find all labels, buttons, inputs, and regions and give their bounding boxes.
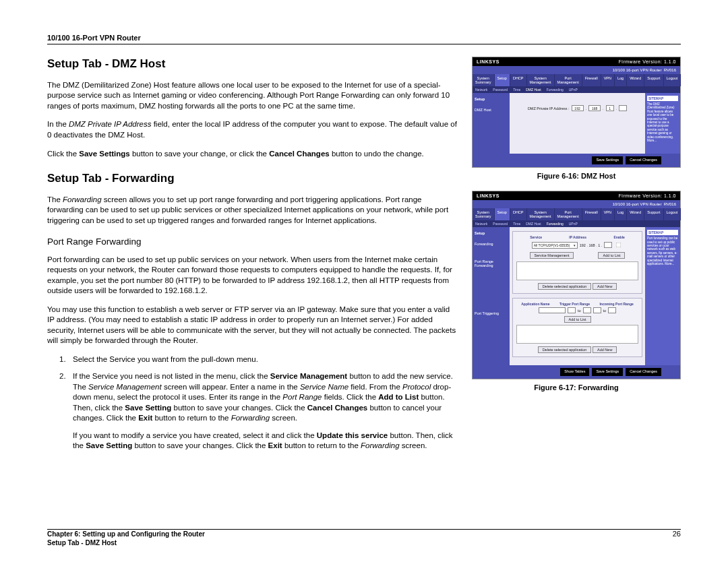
- cancel-button[interactable]: Cancel Changes: [626, 156, 661, 164]
- tab-logout[interactable]: Logout: [664, 74, 681, 86]
- forwarding-list[interactable]: [516, 261, 638, 280]
- add-to-list-button[interactable]: Add to List: [598, 252, 625, 259]
- nav-tabs: System Summary Setup DHCP System Managem…: [473, 208, 680, 220]
- page-header: 10/100 16-Port VPN Router: [47, 34, 681, 44]
- ip-octet-2[interactable]: 168: [588, 105, 601, 111]
- add-new-button[interactable]: Add New: [593, 346, 617, 353]
- text-column: Setup Tab - DMZ Host The DMZ (Demilitari…: [47, 57, 458, 458]
- trigger-list[interactable]: [516, 325, 638, 344]
- tab-sysmgmt[interactable]: System Management: [527, 74, 555, 86]
- dmz-p2: In the DMZ Private IP Address field, ent…: [47, 119, 458, 140]
- fwd-p1: The Forwarding screen allows you to set …: [47, 195, 458, 226]
- tab-portmgmt[interactable]: Port Management: [555, 74, 582, 86]
- fwd-p2: Port forwarding can be used to set up pu…: [47, 255, 458, 296]
- header-rule: [47, 44, 681, 44]
- brand-logo: LINKSYS: [477, 193, 499, 198]
- tab-log[interactable]: Log: [615, 74, 627, 86]
- dmz-heading: Setup Tab - DMZ Host: [47, 57, 458, 72]
- figure-caption: Figure 6-16: DMZ Host: [472, 172, 681, 180]
- add-new-button[interactable]: Add New: [593, 283, 617, 290]
- add-to-list-button[interactable]: Add to List: [564, 316, 591, 323]
- product-name: 10/100 16-Port VPN Router: [47, 34, 681, 42]
- save-button[interactable]: Save Settings: [592, 368, 623, 376]
- figure-forwarding: LINKSYS Firmware Version: 1.1.0 10/100 1…: [472, 191, 681, 392]
- list-item: 1. Select the Service you want from the …: [59, 354, 458, 365]
- ip-octet-1[interactable]: 192: [572, 105, 584, 111]
- router-screenshot-dmz: LINKSYS Firmware Version: 1.1.0 10/100 1…: [472, 57, 681, 168]
- dmz-p3: Click the Save Settings button to save y…: [47, 149, 458, 160]
- ip-last-octet[interactable]: [604, 242, 612, 248]
- fwd-heading: Setup Tab - Forwarding: [47, 171, 458, 187]
- service-dropdown[interactable]: All TCP/UDP(V1-65535): [532, 242, 578, 249]
- port-range-group: Service IP Address Enable All TCP/UDP(V1…: [512, 231, 642, 294]
- tab-setup[interactable]: Setup: [495, 74, 510, 86]
- tab-summary[interactable]: System Summary: [473, 74, 495, 86]
- page-footer: Chapter 6: Setting up and Configuring th…: [47, 530, 681, 547]
- show-tables-button[interactable]: Show Tables: [560, 368, 589, 376]
- tab-wizard[interactable]: Wizard: [627, 74, 644, 86]
- page-number: 26: [673, 530, 681, 547]
- port-range-subheading: Port Range Forwarding: [47, 236, 458, 248]
- ip-octet-4[interactable]: [619, 105, 627, 111]
- save-button[interactable]: Save Settings: [592, 156, 623, 164]
- enable-checkbox[interactable]: [616, 243, 621, 248]
- router-screenshot-forwarding: LINKSYS Firmware Version: 1.1.0 10/100 1…: [472, 191, 681, 379]
- cisco-logo-icon: [664, 368, 676, 376]
- service-mgmt-button[interactable]: Service Management: [530, 252, 574, 259]
- cisco-logo-icon: [664, 156, 676, 164]
- nav-tabs: System Summary Setup DHCP System Managem…: [473, 74, 680, 86]
- cancel-button[interactable]: Cancel Changes: [626, 368, 661, 376]
- delete-button[interactable]: Delete selected application: [538, 346, 592, 353]
- fwd-p3: You may use this function to establish a…: [47, 305, 458, 346]
- app-name-input[interactable]: [539, 307, 566, 313]
- delete-button[interactable]: Delete selected application: [538, 283, 592, 290]
- list-item: 2. If the Service you need is not listed…: [59, 371, 458, 451]
- figure-dmz: LINKSYS Firmware Version: 1.1.0 10/100 1…: [472, 57, 681, 180]
- content-columns: Setup Tab - DMZ Host The DMZ (Demilitari…: [47, 57, 681, 458]
- port-trigger-group: Application Name Trigger Port Range Inco…: [512, 298, 642, 357]
- ip-octet-3[interactable]: 1: [606, 105, 614, 111]
- tab-vpn[interactable]: VPN: [601, 74, 615, 86]
- ordered-list: 1. Select the Service you want from the …: [47, 354, 458, 451]
- figures-column: LINKSYS Firmware Version: 1.1.0 10/100 1…: [472, 57, 681, 458]
- brand-logo: LINKSYS: [477, 59, 499, 64]
- dmz-p1: The DMZ (Demilitarized Zone) Host featur…: [47, 80, 458, 112]
- tab-support[interactable]: Support: [644, 74, 663, 86]
- figure-caption: Figure 6-17: Forwarding: [472, 383, 681, 392]
- tab-firewall[interactable]: Firewall: [582, 74, 601, 86]
- tab-dhcp[interactable]: DHCP: [510, 74, 527, 86]
